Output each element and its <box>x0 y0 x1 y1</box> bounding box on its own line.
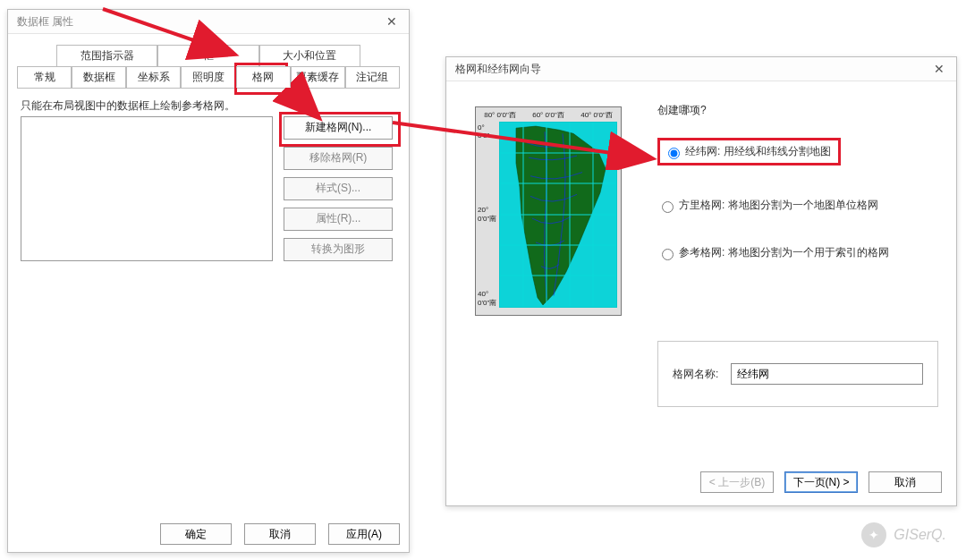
tab-coord-sys[interactable]: 坐标系 <box>126 66 181 88</box>
back-button: < 上一步(B) <box>700 471 774 493</box>
next-button[interactable]: 下一页(N) > <box>784 471 858 493</box>
tab-extent-indicator[interactable]: 范围指示器 <box>56 45 157 66</box>
radio-label: 经纬网: 用经线和纬线分割地图 <box>685 144 831 159</box>
new-grid-button[interactable]: 新建格网(N)... <box>284 116 393 140</box>
map-preview: 80° 0'0"西 60° 0'0"西 40° 0'0"西 0° 0'0" 20… <box>475 106 622 316</box>
wizard-options: 创建哪项? 经纬网: 用经线和纬线分割地图 方里格网: 将地图分割为一个地图单位… <box>657 103 938 293</box>
wizard-body: 80° 0'0"西 60° 0'0"西 40° 0'0"西 0° 0'0" 20… <box>446 81 956 466</box>
radio-measured-grid[interactable] <box>662 201 674 213</box>
highlight-box: 经纬网: 用经线和纬线分割地图 <box>657 138 841 165</box>
coord-label: 60° 0'0"西 <box>532 110 564 120</box>
apply-button[interactable]: 应用(A) <box>328 523 400 545</box>
watermark: ✦ GISerQ. <box>861 522 946 547</box>
grid-name-input[interactable] <box>731 363 923 385</box>
wizard-buttons: < 上一步(B) 下一页(N) > 取消 <box>700 471 942 493</box>
ok-button[interactable]: 确定 <box>160 523 232 545</box>
radio-reference-grid-row[interactable]: 参考格网: 将地图分割为一个用于索引的格网 <box>657 245 938 260</box>
wechat-icon: ✦ <box>861 522 886 547</box>
coord-label: 40° 0'0"南 <box>478 290 497 308</box>
dialog-titlebar: 格网和经纬网向导 ✕ <box>446 57 956 81</box>
close-icon[interactable]: ✕ <box>922 57 956 81</box>
tab-spacer <box>17 45 56 66</box>
radio-label: 参考格网: 将地图分割为一个用于索引的格网 <box>679 245 889 260</box>
remove-grid-button: 移除格网(R) <box>284 147 393 170</box>
radio-reference-grid[interactable] <box>662 249 674 260</box>
grid-name-field: 格网名称: <box>657 341 938 407</box>
tab-grids[interactable]: 格网 <box>236 66 291 88</box>
dialog-title: 格网和经纬网向导 <box>455 63 541 75</box>
tab-spacer <box>360 45 400 66</box>
tab-feature-cache[interactable]: 要素缓存 <box>291 66 345 88</box>
tab-dataframe[interactable]: 数据框 <box>72 66 126 88</box>
coord-label: 0° 0'0" <box>478 123 497 140</box>
close-icon[interactable]: ✕ <box>375 10 409 33</box>
question-label: 创建哪项? <box>657 103 938 118</box>
tab-general[interactable]: 常规 <box>17 66 72 88</box>
grids-listbox[interactable] <box>21 116 273 261</box>
convert-button: 转换为图形 <box>284 238 393 261</box>
coord-labels-top: 80° 0'0"西 60° 0'0"西 40° 0'0"西 <box>476 110 621 120</box>
coord-label: 40° 0'0"西 <box>580 110 613 120</box>
tab-annotation-groups[interactable]: 注记组 <box>345 66 400 88</box>
grids-panel: 只能在布局视图中的数据框上绘制参考格网。 新建格网(N)... 移除格网(R) … <box>8 89 409 114</box>
dialog-title: 数据框 属性 <box>17 15 73 28</box>
map-area <box>499 122 617 308</box>
tab-strip: 范围指示器 框 大小和位置 常规 数据框 坐标系 照明度 格网 要素缓存 注记组 <box>17 45 400 89</box>
radio-measured-grid-row[interactable]: 方里格网: 将地图分割为一个地图单位格网 <box>657 198 938 213</box>
tab-illumination[interactable]: 照明度 <box>181 66 235 88</box>
coord-labels-left: 0° 0'0" 20° 0'0"南 40° 0'0"南 <box>478 123 497 308</box>
info-message: 只能在布局视图中的数据框上绘制参考格网。 <box>21 98 400 114</box>
tab-size-position[interactable]: 大小和位置 <box>259 45 360 66</box>
radio-label: 方里格网: 将地图分割为一个地图单位格网 <box>679 198 878 213</box>
cancel-button[interactable]: 取消 <box>244 523 316 545</box>
data-frame-properties-dialog: 数据框 属性 ✕ 范围指示器 框 大小和位置 常规 数据框 坐标系 照明度 格网… <box>7 9 410 553</box>
grid-name-label: 格网名称: <box>673 367 718 382</box>
radio-graticule-row[interactable]: 经纬网: 用经线和纬线分割地图 <box>657 138 938 165</box>
dialog-titlebar: 数据框 属性 ✕ <box>8 10 409 34</box>
grid-wizard-dialog: 格网和经纬网向导 ✕ 80° 0'0"西 60° 0'0"西 40° 0'0"西… <box>445 56 957 506</box>
radio-graticule[interactable] <box>668 148 680 159</box>
cancel-button[interactable]: 取消 <box>869 471 942 493</box>
watermark-text: GISerQ. <box>894 527 946 543</box>
dialog-buttons: 确定 取消 应用(A) <box>160 523 400 545</box>
tab-frame[interactable]: 框 <box>157 45 258 66</box>
properties-button: 属性(R)... <box>284 208 393 231</box>
style-button: 样式(S)... <box>284 177 393 200</box>
coord-label: 20° 0'0"南 <box>478 206 497 224</box>
coord-label: 80° 0'0"西 <box>484 110 516 120</box>
